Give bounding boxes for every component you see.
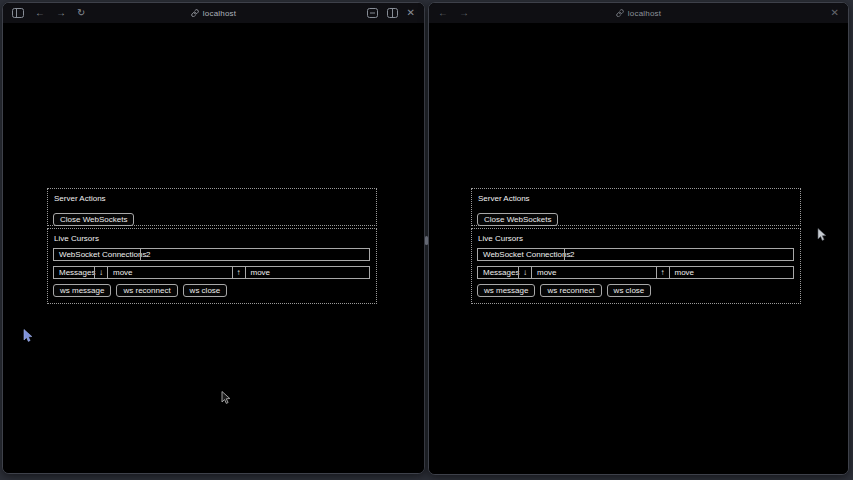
outgoing-event-value: move [245, 267, 370, 278]
connections-value: 2 [140, 249, 369, 260]
connections-label: WebSocket Connections [54, 249, 140, 260]
split-view-icon[interactable] [387, 8, 398, 18]
sidebar-toggle-icon[interactable] [12, 8, 24, 18]
titlebar: ← → ↻ localhost [3, 3, 424, 23]
server-actions-legend: Server Actions [54, 194, 370, 203]
outgoing-arrow-icon: ↑ [232, 267, 245, 278]
browser-window-left: ← → ↻ localhost [2, 2, 425, 474]
messages-row: Messages ↓ move ↑ move [53, 266, 370, 279]
forward-icon[interactable]: → [459, 8, 469, 18]
messages-label: Messages [54, 267, 94, 278]
live-cursors-section: Live Cursors WebSocket Connections 2 Mes… [47, 228, 377, 304]
messages-row: Messages ↓ move ↑ move [477, 266, 794, 279]
link-icon [616, 9, 624, 17]
server-actions-section: Server Actions Close WebSockets [47, 188, 377, 226]
live-cursors-section: Live Cursors WebSocket Connections 2 Mes… [471, 228, 801, 304]
link-icon [191, 9, 199, 17]
incoming-event-value: move [107, 267, 232, 278]
close-websockets-button[interactable]: Close WebSockets [477, 213, 558, 226]
ws-reconnect-button[interactable]: ws reconnect [116, 284, 177, 297]
server-actions-legend: Server Actions [478, 194, 794, 203]
window-resize-handle[interactable] [425, 236, 428, 245]
titlebar: ← → localhost ✕ [429, 3, 848, 23]
page-content: Server Actions Close WebSockets Live Cur… [3, 23, 424, 473]
ws-message-button[interactable]: ws message [477, 284, 535, 297]
back-icon[interactable]: ← [35, 8, 45, 18]
outgoing-event-value: move [669, 267, 794, 278]
close-window-icon[interactable]: ✕ [407, 8, 415, 18]
server-actions-section: Server Actions Close WebSockets [471, 188, 801, 226]
incoming-arrow-icon: ↓ [518, 267, 531, 278]
address-text[interactable]: localhost [203, 9, 236, 18]
incoming-event-value: move [531, 267, 656, 278]
page-content: Server Actions Close WebSockets Live Cur… [429, 23, 848, 474]
ws-close-button[interactable]: ws close [607, 284, 652, 297]
reload-icon[interactable]: ↻ [77, 8, 85, 18]
address-text[interactable]: localhost [628, 9, 661, 18]
close-window-icon[interactable]: ✕ [831, 8, 839, 18]
connections-row: WebSocket Connections 2 [477, 248, 794, 261]
outgoing-arrow-icon: ↑ [656, 267, 669, 278]
ws-buttons-row: ws message ws reconnect ws close [477, 284, 794, 297]
forward-icon[interactable]: → [56, 8, 66, 18]
connections-row: WebSocket Connections 2 [53, 248, 370, 261]
close-websockets-button[interactable]: Close WebSockets [53, 213, 134, 226]
ws-buttons-row: ws message ws reconnect ws close [53, 284, 370, 297]
ws-reconnect-button[interactable]: ws reconnect [540, 284, 601, 297]
ws-message-button[interactable]: ws message [53, 284, 111, 297]
back-icon[interactable]: ← [438, 8, 448, 18]
live-cursors-legend: Live Cursors [54, 234, 370, 243]
live-cursors-legend: Live Cursors [478, 234, 794, 243]
ws-close-button[interactable]: ws close [183, 284, 228, 297]
messages-label: Messages [478, 267, 518, 278]
connections-label: WebSocket Connections [478, 249, 564, 260]
reader-view-icon[interactable] [367, 8, 378, 18]
browser-window-right: ← → localhost ✕ Server Actions Close Web… [428, 2, 849, 475]
connections-value: 2 [564, 249, 793, 260]
incoming-arrow-icon: ↓ [94, 267, 107, 278]
